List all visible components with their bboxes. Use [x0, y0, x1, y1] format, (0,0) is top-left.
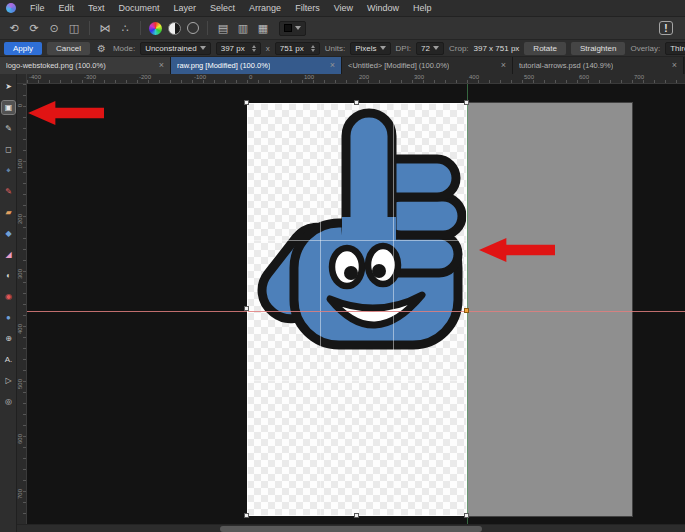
pixel-tool[interactable]: ▰: [2, 206, 15, 219]
panels-icon[interactable]: ◫: [66, 21, 82, 36]
chevron-down-icon: [295, 26, 301, 30]
times-label: x: [266, 44, 270, 53]
tab-title: raw.png [Modified] (100.0%): [177, 61, 270, 70]
assistant-dropdown[interactable]: [279, 21, 306, 36]
node-tool[interactable]: ▷: [2, 374, 15, 387]
text-tool[interactable]: A.: [2, 353, 15, 366]
opacity-icon[interactable]: [187, 22, 199, 34]
scrollbar-thumb[interactable]: [220, 526, 482, 532]
canvas-viewport[interactable]: [27, 84, 685, 524]
crop-handle-bottom-left[interactable]: [244, 513, 249, 518]
crop-context-toolbar: Apply Cancel ⚙ Mode: Unconstrained x Uni…: [0, 40, 685, 57]
close-icon[interactable]: ×: [159, 57, 164, 74]
tab-logo-webstoked[interactable]: logo-webstoked.png (100.0%) ×: [0, 57, 171, 74]
chevron-down-icon: [433, 46, 439, 50]
menu-edit[interactable]: Edit: [52, 0, 82, 17]
ruler-label: 400: [17, 324, 23, 334]
snap-line: [467, 84, 468, 524]
ruler-label: -200: [139, 74, 151, 80]
tab-title: tutorial-arrows.psd (140.9%): [519, 61, 613, 70]
ruler-label: 600: [17, 434, 23, 444]
blemish-tool[interactable]: ●: [2, 311, 15, 324]
menu-filters[interactable]: Filters: [288, 0, 327, 17]
menu-text[interactable]: Text: [81, 0, 112, 17]
ruler-label: 500: [524, 74, 534, 80]
crop-handle-bottom-mid[interactable]: [354, 513, 359, 518]
view-tool[interactable]: ➤: [2, 80, 15, 93]
red-eye-tool[interactable]: ◉: [2, 290, 15, 303]
marquee-select-tool[interactable]: ◻: [2, 143, 15, 156]
menu-layer[interactable]: Layer: [167, 0, 204, 17]
horizontal-scrollbar[interactable]: [17, 524, 685, 532]
share-icon[interactable]: ∴: [117, 21, 133, 36]
snapping-icon[interactable]: ⋈: [97, 21, 113, 36]
crop-handle-bottom-right[interactable]: [464, 513, 469, 518]
crop-handle-top-right[interactable]: [464, 100, 469, 105]
gradient-icon[interactable]: [168, 22, 181, 35]
units-label: Units:: [325, 44, 345, 53]
close-icon[interactable]: ×: [501, 57, 506, 74]
tab-tutorial-arrows[interactable]: tutorial-arrows.psd (140.9%) ×: [513, 57, 684, 74]
gear-icon[interactable]: ⚙: [97, 43, 106, 54]
ruler-label: 300: [17, 269, 23, 279]
crop-width-input[interactable]: [221, 44, 249, 53]
paint-brush-tool[interactable]: ✎: [2, 185, 15, 198]
eraser-tool[interactable]: ◢: [2, 248, 15, 261]
menu-help[interactable]: Help: [406, 0, 439, 17]
app-icon[interactable]: [6, 3, 16, 13]
insert-inside-icon[interactable]: ▥: [235, 21, 251, 36]
menu-file[interactable]: File: [23, 0, 52, 17]
insert-behind-icon[interactable]: ▤: [215, 21, 231, 36]
selection-brush-tool[interactable]: ✎: [2, 122, 15, 135]
close-icon[interactable]: ×: [330, 57, 335, 74]
flood-select-tool[interactable]: ⌖: [2, 164, 15, 177]
crop-width-field[interactable]: [216, 42, 261, 55]
toolbar-separator: [140, 21, 141, 35]
menu-select[interactable]: Select: [203, 0, 242, 17]
insert-top-icon[interactable]: ▦: [255, 21, 271, 36]
crop-handle-mid-left[interactable]: [244, 306, 249, 311]
rotate-button[interactable]: Rotate: [524, 42, 566, 55]
rotate-cw-icon[interactable]: ⟳: [26, 21, 42, 36]
crop-handle-top-left[interactable]: [244, 100, 249, 105]
dpi-label: DPI:: [396, 44, 412, 53]
snapshot-icon[interactable]: ⊙: [46, 21, 62, 36]
tab-raw[interactable]: raw.png [Modified] (100.0%) ×: [171, 57, 342, 74]
stepper-icon[interactable]: [252, 45, 256, 52]
clone-stamp-tool[interactable]: ⊕: [2, 332, 15, 345]
menu-arrange[interactable]: Arrange: [242, 0, 288, 17]
straighten-button[interactable]: Straighten: [571, 42, 625, 55]
crop-label: Crop:: [449, 44, 469, 53]
units-select[interactable]: Pixels: [350, 42, 390, 55]
menu-document[interactable]: Document: [112, 0, 167, 17]
crop-height-field[interactable]: [275, 42, 320, 55]
color-wheel-icon[interactable]: [149, 22, 162, 35]
tab-untitled[interactable]: <Untitled> [Modified] (100.0%) ×: [342, 57, 513, 74]
dodge-burn-tool[interactable]: ◐: [2, 269, 15, 282]
units-value: Pixels: [355, 44, 376, 53]
close-icon[interactable]: ×: [672, 57, 677, 74]
dpi-select[interactable]: 72: [416, 42, 444, 55]
menu-view[interactable]: View: [327, 0, 360, 17]
crop-handle-mid-right[interactable]: [464, 308, 469, 313]
swatch-icon: [284, 24, 292, 32]
rotate-ccw-icon[interactable]: ⟲: [6, 21, 22, 36]
apply-button[interactable]: Apply: [4, 42, 42, 55]
crop-bounds: [247, 103, 467, 516]
cancel-button[interactable]: Cancel: [47, 42, 90, 55]
crop-tool[interactable]: ▣: [2, 101, 15, 114]
overlay-label: Overlay:: [630, 44, 660, 53]
warning-icon[interactable]: !: [659, 21, 673, 35]
flood-fill-tool[interactable]: ◆: [2, 227, 15, 240]
ruler-vertical[interactable]: 0100200300400500600700: [17, 84, 27, 524]
crop-handle-top-mid[interactable]: [354, 100, 359, 105]
zoom-tool[interactable]: ◎: [2, 395, 15, 408]
ruler-label: 0: [249, 74, 252, 80]
mode-select[interactable]: Unconstrained: [140, 42, 211, 55]
menu-window[interactable]: Window: [360, 0, 406, 17]
ruler-label: 400: [469, 74, 479, 80]
overlay-select[interactable]: Thirds: [665, 42, 685, 55]
crop-height-input[interactable]: [280, 44, 308, 53]
ruler-horizontal[interactable]: -400-300-200-1000100200300400500600700: [27, 74, 685, 84]
stepper-icon[interactable]: [311, 45, 315, 52]
